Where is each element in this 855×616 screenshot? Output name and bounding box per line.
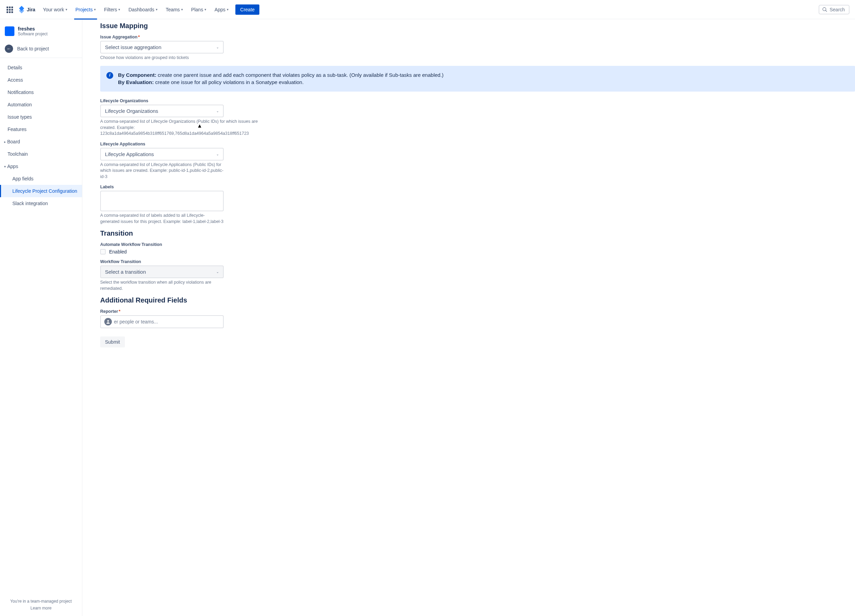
chevron-down-icon: ▾ [118, 8, 120, 11]
enabled-label: Enabled [109, 249, 127, 254]
learn-more-link[interactable]: Learn more [6, 606, 77, 610]
automate-transition-label: Automate Workflow Transition [100, 242, 292, 247]
project-name: freshes [18, 26, 48, 32]
sidebar-item-automation[interactable]: Automation [0, 98, 82, 111]
nav-projects[interactable]: Projects▾ [72, 4, 100, 15]
chevron-down-icon: ▾ [204, 8, 206, 11]
labels-hint: A comma-separated list of labels added t… [100, 212, 224, 225]
select-value: Select a transition [105, 269, 146, 275]
info-evaluation-label: By Evaluation: [118, 79, 154, 85]
workflow-transition-select[interactable]: Select a transition ⌄ [100, 266, 224, 278]
sidebar-item-toolchain[interactable]: Toolchain [0, 148, 82, 160]
enabled-checkbox[interactable] [100, 249, 106, 254]
logo-text: Jira [27, 7, 35, 12]
search-icon [822, 7, 827, 12]
nav-plans[interactable]: Plans▾ [188, 4, 210, 15]
sidebar-item-access[interactable]: Access [0, 74, 82, 86]
select-value: Lifecycle Applications [105, 151, 154, 157]
section-transition-title: Transition [100, 229, 855, 237]
select-value: Select issue aggregation [105, 44, 161, 50]
search-placeholder-text: Search [830, 7, 845, 12]
info-component-text: create one parent issue and add each com… [156, 72, 444, 78]
chevron-down-icon: ▾ [181, 8, 183, 11]
nav-filters[interactable]: Filters▾ [101, 4, 124, 15]
submit-button[interactable]: Submit [100, 336, 125, 347]
lifecycle-orgs-label: Lifecycle Organizations [100, 98, 292, 103]
chevron-down-icon: ▾ [66, 8, 67, 11]
sidebar-item-apps[interactable]: Apps [0, 160, 82, 173]
chevron-down-icon: ⌄ [216, 109, 219, 113]
lifecycle-apps-label: Lifecycle Applications [100, 142, 292, 147]
sidebar-footer: You're in a team-managed project Learn m… [0, 593, 82, 616]
back-arrow-icon: ← [5, 44, 13, 53]
info-evaluation-text: create one issue for all policy violatio… [154, 79, 303, 85]
sidebar-subitem-lifecycle[interactable]: Lifecycle Project Configuration [0, 185, 82, 197]
lifecycle-apps-select[interactable]: Lifecycle Applications ⌄ [100, 148, 224, 160]
workflow-transition-label: Workflow Transition [100, 259, 292, 264]
chevron-down-icon: ⌄ [216, 45, 219, 49]
labels-input[interactable] [100, 191, 224, 211]
chevron-down-icon: ⌄ [216, 270, 219, 274]
lifecycle-apps-hint: A comma-separated list of Lifecycle Appl… [100, 162, 224, 180]
svg-point-2 [107, 320, 109, 322]
chevron-down-icon: ⌄ [216, 152, 219, 156]
project-header: freshes Software project [0, 26, 82, 42]
sidebar-subitem-slack[interactable]: Slack integration [0, 197, 82, 209]
top-navigation: Jira Your work▾ Projects▾ Filters▾ Dashb… [0, 0, 855, 19]
svg-line-1 [826, 10, 827, 12]
labels-label: Labels [100, 185, 292, 190]
jira-icon [18, 6, 25, 14]
footer-text: You're in a team-managed project [6, 599, 77, 604]
person-icon [104, 318, 112, 326]
issue-aggregation-label: Issue Aggregation* [100, 35, 292, 40]
sidebar-nav: Details Access Notifications Automation … [0, 58, 82, 209]
sidebar-item-details[interactable]: Details [0, 61, 82, 74]
lifecycle-orgs-hint: A comma-separated list of Lifecycle Orga… [100, 119, 272, 137]
reporter-label: Reporter* [100, 309, 292, 314]
chevron-down-icon: ▾ [227, 8, 228, 11]
app-switcher-icon[interactable] [6, 6, 14, 14]
nav-teams[interactable]: Teams▾ [162, 4, 186, 15]
nav-dashboards[interactable]: Dashboards▾ [125, 4, 161, 15]
mouse-cursor: ▲ [197, 123, 202, 129]
section-additional-title: Additional Required Fields [100, 297, 855, 304]
sidebar: freshes Software project ← Back to proje… [0, 19, 82, 616]
chevron-down-icon: ▾ [156, 8, 158, 11]
search-input[interactable]: Search [819, 5, 849, 14]
svg-point-0 [823, 8, 826, 11]
sidebar-item-board[interactable]: Board [0, 136, 82, 148]
issue-aggregation-select[interactable]: Select issue aggregation ⌄ [100, 41, 224, 53]
info-icon: i [106, 72, 113, 79]
lifecycle-orgs-select[interactable]: Lifecycle Organizations ⌄ [100, 105, 224, 117]
chevron-down-icon: ▾ [94, 8, 96, 11]
sidebar-item-features[interactable]: Features [0, 123, 82, 136]
back-label: Back to project [17, 46, 49, 52]
nav-your-work[interactable]: Your work▾ [40, 4, 70, 15]
project-avatar [5, 26, 14, 36]
sidebar-subitem-app-fields[interactable]: App fields [0, 173, 82, 185]
reporter-placeholder: er people or teams... [114, 319, 158, 324]
select-value: Lifecycle Organizations [105, 108, 158, 114]
create-button[interactable]: Create [235, 5, 259, 15]
sidebar-item-notifications[interactable]: Notifications [0, 86, 82, 98]
main-content: Issue Mapping Issue Aggregation* Select … [82, 19, 855, 616]
reporter-select[interactable]: er people or teams... [100, 315, 224, 328]
sidebar-item-issue-types[interactable]: Issue types [0, 111, 82, 123]
back-to-project[interactable]: ← Back to project [0, 42, 82, 58]
nav-apps[interactable]: Apps▾ [211, 4, 232, 15]
project-type: Software project [18, 32, 48, 36]
info-component-label: By Component: [118, 72, 156, 78]
section-issue-mapping-title: Issue Mapping [100, 22, 855, 30]
jira-logo[interactable]: Jira [18, 6, 35, 14]
workflow-transition-hint: Select the workflow transition when all … [100, 280, 224, 292]
issue-aggregation-hint: Choose how violations are grouped into t… [100, 55, 272, 61]
info-panel: i By Component: create one parent issue … [100, 66, 855, 92]
